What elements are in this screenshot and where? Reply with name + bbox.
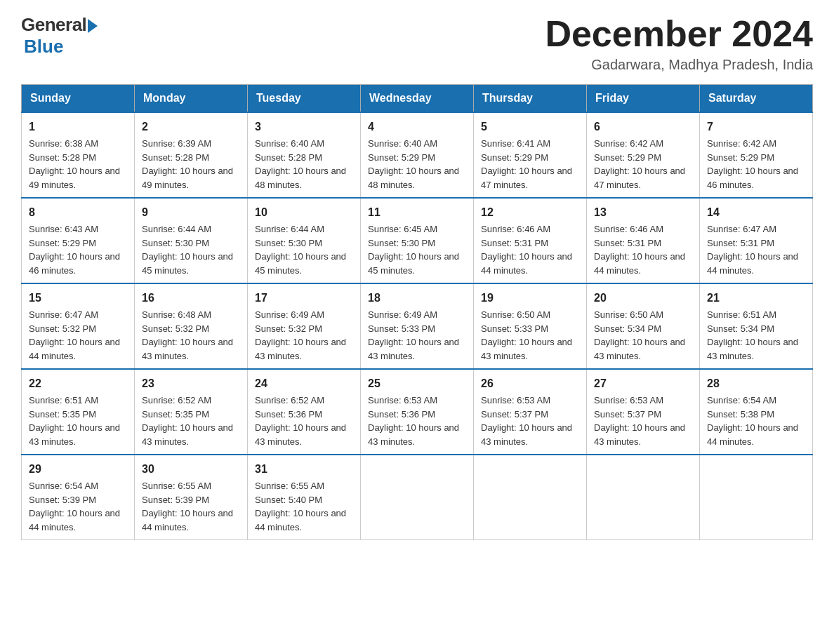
daylight-info: Daylight: 10 hours and 49 minutes. <box>142 166 233 190</box>
sunset-info: Sunset: 5:39 PM <box>142 495 209 505</box>
table-row: 22 Sunrise: 6:51 AM Sunset: 5:35 PM Dayl… <box>22 369 135 455</box>
calendar-header-row: Sunday Monday Tuesday Wednesday Thursday… <box>22 85 813 113</box>
day-number: 20 <box>594 290 692 307</box>
col-wednesday: Wednesday <box>361 85 474 113</box>
table-row: 23 Sunrise: 6:52 AM Sunset: 5:35 PM Dayl… <box>135 369 248 455</box>
logo-general-text: General <box>21 14 86 36</box>
sunrise-info: Sunrise: 6:42 AM <box>707 138 776 149</box>
sunset-info: Sunset: 5:38 PM <box>707 409 774 420</box>
table-row: 15 Sunrise: 6:47 AM Sunset: 5:32 PM Dayl… <box>22 283 135 369</box>
sunrise-info: Sunrise: 6:48 AM <box>142 309 211 320</box>
col-sunday: Sunday <box>22 85 135 113</box>
table-row: 26 Sunrise: 6:53 AM Sunset: 5:37 PM Dayl… <box>474 369 587 455</box>
sunrise-info: Sunrise: 6:46 AM <box>481 224 550 234</box>
sunset-info: Sunset: 5:29 PM <box>368 152 435 163</box>
table-row: 21 Sunrise: 6:51 AM Sunset: 5:34 PM Dayl… <box>700 283 813 369</box>
sunset-info: Sunset: 5:28 PM <box>255 152 322 163</box>
sunset-info: Sunset: 5:40 PM <box>255 495 322 505</box>
table-row: 29 Sunrise: 6:54 AM Sunset: 5:39 PM Dayl… <box>22 455 135 540</box>
day-number: 31 <box>255 461 353 478</box>
table-row: 31 Sunrise: 6:55 AM Sunset: 5:40 PM Dayl… <box>248 455 361 540</box>
sunset-info: Sunset: 5:33 PM <box>481 323 548 334</box>
daylight-info: Daylight: 10 hours and 44 minutes. <box>29 508 120 532</box>
table-row: 17 Sunrise: 6:49 AM Sunset: 5:32 PM Dayl… <box>248 283 361 369</box>
day-number: 25 <box>368 375 466 392</box>
table-row: 9 Sunrise: 6:44 AM Sunset: 5:30 PM Dayli… <box>135 198 248 283</box>
daylight-info: Daylight: 10 hours and 44 minutes. <box>29 337 120 361</box>
sunset-info: Sunset: 5:37 PM <box>481 409 548 420</box>
day-number: 28 <box>707 375 805 392</box>
page-header: General Blue December 2024 Gadarwara, Ma… <box>21 14 813 73</box>
day-number: 17 <box>255 290 353 307</box>
sunset-info: Sunset: 5:30 PM <box>142 238 209 248</box>
sunrise-info: Sunrise: 6:52 AM <box>142 395 211 405</box>
table-row <box>361 455 474 540</box>
table-row: 24 Sunrise: 6:52 AM Sunset: 5:36 PM Dayl… <box>248 369 361 455</box>
location: Gadarwara, Madhya Pradesh, India <box>545 57 813 73</box>
calendar-table: Sunday Monday Tuesday Wednesday Thursday… <box>21 84 813 540</box>
day-number: 5 <box>481 119 579 135</box>
sunrise-info: Sunrise: 6:49 AM <box>255 309 324 320</box>
daylight-info: Daylight: 10 hours and 43 minutes. <box>255 422 346 447</box>
daylight-info: Daylight: 10 hours and 46 minutes. <box>707 166 798 190</box>
table-row: 30 Sunrise: 6:55 AM Sunset: 5:39 PM Dayl… <box>135 455 248 540</box>
calendar-week-row: 1 Sunrise: 6:38 AM Sunset: 5:28 PM Dayli… <box>22 112 813 198</box>
daylight-info: Daylight: 10 hours and 45 minutes. <box>368 251 459 276</box>
daylight-info: Daylight: 10 hours and 46 minutes. <box>29 251 120 276</box>
col-thursday: Thursday <box>474 85 587 113</box>
day-number: 26 <box>481 375 579 392</box>
daylight-info: Daylight: 10 hours and 47 minutes. <box>594 166 685 190</box>
daylight-info: Daylight: 10 hours and 44 minutes. <box>594 251 685 276</box>
sunset-info: Sunset: 5:29 PM <box>481 152 548 163</box>
day-number: 19 <box>481 290 579 307</box>
daylight-info: Daylight: 10 hours and 45 minutes. <box>255 251 346 276</box>
daylight-info: Daylight: 10 hours and 43 minutes. <box>368 422 459 447</box>
table-row: 20 Sunrise: 6:50 AM Sunset: 5:34 PM Dayl… <box>587 283 700 369</box>
month-title: December 2024 <box>545 14 813 54</box>
sunset-info: Sunset: 5:31 PM <box>594 238 661 248</box>
daylight-info: Daylight: 10 hours and 43 minutes. <box>368 337 459 361</box>
daylight-info: Daylight: 10 hours and 45 minutes. <box>142 251 233 276</box>
day-number: 21 <box>707 290 805 307</box>
table-row: 28 Sunrise: 6:54 AM Sunset: 5:38 PM Dayl… <box>700 369 813 455</box>
daylight-info: Daylight: 10 hours and 43 minutes. <box>255 337 346 361</box>
sunrise-info: Sunrise: 6:42 AM <box>594 138 663 149</box>
day-number: 12 <box>481 204 579 221</box>
day-number: 14 <box>707 204 805 221</box>
sunset-info: Sunset: 5:32 PM <box>29 323 96 334</box>
table-row: 13 Sunrise: 6:46 AM Sunset: 5:31 PM Dayl… <box>587 198 700 283</box>
table-row: 2 Sunrise: 6:39 AM Sunset: 5:28 PM Dayli… <box>135 112 248 198</box>
day-number: 8 <box>29 204 127 221</box>
daylight-info: Daylight: 10 hours and 44 minutes. <box>142 508 233 532</box>
daylight-info: Daylight: 10 hours and 43 minutes. <box>594 422 685 447</box>
sunset-info: Sunset: 5:31 PM <box>481 238 548 248</box>
table-row: 3 Sunrise: 6:40 AM Sunset: 5:28 PM Dayli… <box>248 112 361 198</box>
day-number: 7 <box>707 119 805 135</box>
table-row: 16 Sunrise: 6:48 AM Sunset: 5:32 PM Dayl… <box>135 283 248 369</box>
sunrise-info: Sunrise: 6:47 AM <box>707 224 776 234</box>
sunset-info: Sunset: 5:28 PM <box>29 152 96 163</box>
daylight-info: Daylight: 10 hours and 43 minutes. <box>481 337 572 361</box>
table-row: 4 Sunrise: 6:40 AM Sunset: 5:29 PM Dayli… <box>361 112 474 198</box>
daylight-info: Daylight: 10 hours and 48 minutes. <box>255 166 346 190</box>
sunset-info: Sunset: 5:37 PM <box>594 409 661 420</box>
sunrise-info: Sunrise: 6:55 AM <box>255 481 324 491</box>
daylight-info: Daylight: 10 hours and 44 minutes. <box>707 251 798 276</box>
sunset-info: Sunset: 5:29 PM <box>29 238 96 248</box>
sunrise-info: Sunrise: 6:39 AM <box>142 138 211 149</box>
day-number: 15 <box>29 290 127 307</box>
daylight-info: Daylight: 10 hours and 48 minutes. <box>368 166 459 190</box>
sunrise-info: Sunrise: 6:53 AM <box>481 395 550 405</box>
table-row: 1 Sunrise: 6:38 AM Sunset: 5:28 PM Dayli… <box>22 112 135 198</box>
day-number: 11 <box>368 204 466 221</box>
day-number: 30 <box>142 461 240 478</box>
sunset-info: Sunset: 5:31 PM <box>707 238 774 248</box>
daylight-info: Daylight: 10 hours and 43 minutes. <box>707 337 798 361</box>
daylight-info: Daylight: 10 hours and 44 minutes. <box>481 251 572 276</box>
table-row: 25 Sunrise: 6:53 AM Sunset: 5:36 PM Dayl… <box>361 369 474 455</box>
col-friday: Friday <box>587 85 700 113</box>
day-number: 18 <box>368 290 466 307</box>
sunrise-info: Sunrise: 6:55 AM <box>142 481 211 491</box>
table-row <box>474 455 587 540</box>
sunset-info: Sunset: 5:30 PM <box>368 238 435 248</box>
